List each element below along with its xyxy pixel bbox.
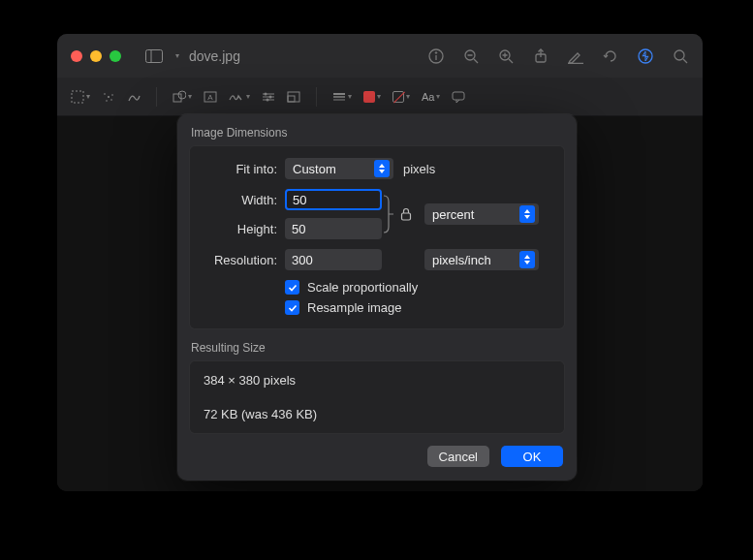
svg-rect-34	[288, 92, 299, 102]
annotate-tool[interactable]	[452, 91, 465, 103]
share-icon[interactable]	[532, 47, 549, 65]
fit-into-select[interactable]: Custom	[285, 158, 393, 179]
svg-line-17	[683, 59, 687, 63]
svg-point-33	[267, 98, 269, 101]
search-icon[interactable]	[672, 47, 689, 65]
svg-point-32	[269, 95, 272, 98]
dimension-unit-select[interactable]: percent	[424, 203, 539, 225]
height-label: Height:	[202, 222, 277, 236]
svg-line-9	[509, 59, 513, 63]
stepper-arrows-icon	[519, 251, 535, 268]
fit-into-label: Fit into:	[202, 162, 277, 176]
height-input[interactable]	[285, 218, 382, 239]
markup-toolbar: ▾ ▾ A ▾ ▾ ▾ ▾ Aa▾	[57, 78, 703, 116]
resolution-unit-value: pixels/inch	[432, 253, 491, 267]
adjust-size-dialog: Image Dimensions Fit into: Custom pixels…	[177, 114, 577, 481]
dimension-unit-value: percent	[432, 207, 474, 222]
result-dimensions: 384 × 380 pixels	[204, 373, 550, 388]
svg-line-6	[474, 59, 478, 63]
svg-point-31	[265, 92, 267, 95]
resample-image-label: Resample image	[307, 300, 402, 315]
resulting-size-heading: Resulting Size	[189, 341, 565, 355]
scale-proportionally-label: Scale proportionally	[307, 280, 418, 295]
svg-rect-35	[288, 96, 295, 102]
zoom-out-icon[interactable]	[462, 47, 480, 65]
document-title: dove.jpg	[189, 48, 240, 64]
svg-point-22	[106, 100, 108, 102]
crop-icon[interactable]	[637, 47, 654, 65]
window-controls	[71, 50, 121, 62]
scale-proportionally-checkbox[interactable]	[285, 280, 299, 295]
result-filesize: 72 KB (was 436 KB)	[204, 407, 550, 421]
adjust-size-tool[interactable]	[287, 91, 300, 103]
titlebar: ▾ dove.jpg	[57, 34, 703, 78]
svg-text:A: A	[207, 93, 213, 102]
fit-into-value: Custom	[293, 162, 336, 176]
stepper-arrows-icon	[519, 205, 535, 223]
width-input[interactable]	[285, 189, 382, 210]
resample-image-checkbox[interactable]	[285, 300, 299, 315]
rotate-icon[interactable]	[602, 47, 619, 65]
selection-tool[interactable]: ▾	[71, 90, 90, 104]
resolution-input[interactable]	[285, 249, 382, 270]
border-color-tool[interactable]: ▾	[363, 91, 381, 103]
cancel-button[interactable]: Cancel	[427, 446, 489, 467]
sketch-tool[interactable]	[127, 90, 141, 104]
info-icon[interactable]	[427, 47, 445, 65]
shapes-tool[interactable]: ▾	[173, 90, 192, 104]
fit-into-unit: pixels	[403, 162, 435, 176]
resolution-unit-select[interactable]: pixels/inch	[424, 249, 539, 270]
svg-rect-0	[146, 49, 163, 62]
svg-point-16	[675, 50, 684, 60]
svg-point-21	[111, 94, 113, 96]
titlebar-actions	[427, 47, 689, 65]
chevron-down-icon[interactable]: ▾	[175, 51, 179, 60]
zoom-in-icon[interactable]	[497, 47, 515, 65]
sidebar-toggle-icon[interactable]	[141, 47, 168, 66]
stepper-arrows-icon	[374, 160, 390, 177]
adjust-color-tool[interactable]	[262, 91, 275, 103]
svg-point-4	[435, 51, 437, 53]
close-window-button[interactable]	[71, 50, 82, 62]
minimize-window-button[interactable]	[90, 50, 102, 62]
svg-rect-39	[453, 92, 464, 100]
svg-point-20	[104, 93, 106, 95]
ok-button[interactable]: OK	[501, 446, 563, 467]
instant-alpha-tool[interactable]	[102, 90, 115, 104]
lock-icon[interactable]	[395, 207, 417, 221]
zoom-window-button[interactable]	[110, 50, 121, 62]
fill-color-tool[interactable]: ▾	[392, 91, 410, 103]
text-style-tool[interactable]: Aa▾	[422, 91, 440, 103]
resulting-size-panel: 384 × 380 pixels 72 KB (was 436 KB)	[189, 360, 565, 434]
svg-rect-40	[402, 213, 411, 220]
text-tool[interactable]: A	[204, 91, 217, 103]
image-dimensions-panel: Fit into: Custom pixels Width: Height:	[189, 145, 565, 329]
svg-point-23	[110, 99, 112, 101]
resolution-label: Resolution:	[202, 253, 277, 267]
svg-rect-18	[72, 91, 83, 103]
svg-point-19	[108, 96, 110, 98]
image-dimensions-heading: Image Dimensions	[189, 126, 565, 140]
width-label: Width:	[202, 193, 277, 207]
sign-tool[interactable]: ▾	[229, 91, 250, 103]
svg-point-25	[178, 91, 186, 99]
link-bracket-icon	[382, 189, 395, 239]
markup-icon[interactable]	[567, 47, 584, 65]
line-style-tool[interactable]: ▾	[332, 92, 352, 102]
